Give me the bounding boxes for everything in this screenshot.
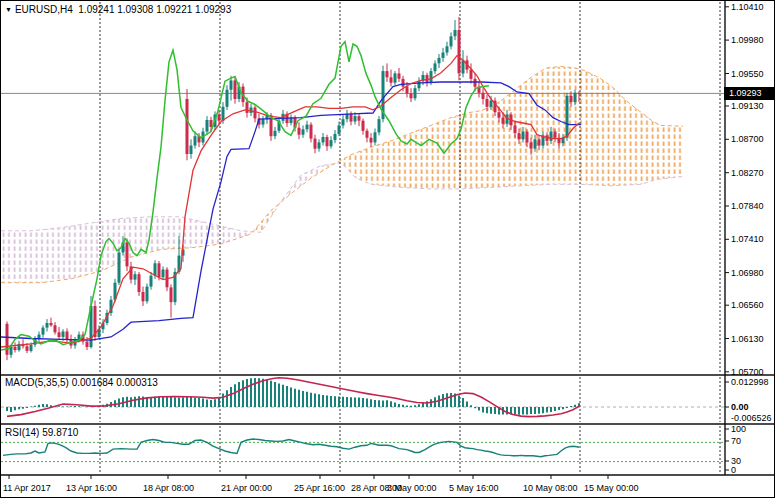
svg-text:-0.006526: -0.006526 [731, 413, 772, 423]
chart-window[interactable]: 1.104101.099801.095501.091301.087001.082… [0, 0, 775, 498]
svg-text:0: 0 [731, 465, 736, 475]
rsi-label: RSI(14) 59.8710 [5, 427, 78, 438]
panel-borders [1, 375, 775, 475]
rsi-line [3, 439, 579, 457]
svg-text:1.08270: 1.08270 [731, 168, 764, 178]
svg-text:25 Apr 16:00: 25 Apr 16:00 [294, 483, 345, 493]
svg-text:1.10410: 1.10410 [731, 2, 764, 12]
svg-text:1.05700: 1.05700 [731, 367, 764, 377]
rsi-axis[interactable]: 10070300 [725, 424, 746, 475]
svg-text:1.07840: 1.07840 [731, 201, 764, 211]
time-axis[interactable]: 11 Apr 201713 Apr 16:0018 Apr 08:0021 Ap… [3, 475, 639, 493]
svg-text:18 Apr 08:00: 18 Apr 08:00 [143, 483, 194, 493]
svg-text:1.06560: 1.06560 [731, 300, 764, 310]
svg-text:1.06980: 1.06980 [731, 268, 764, 278]
svg-text:10 May 08:00: 10 May 08:00 [523, 483, 578, 493]
svg-text:1.07410: 1.07410 [731, 234, 764, 244]
chikou-span-line [1, 42, 489, 350]
svg-text:5 May 16:00: 5 May 16:00 [449, 483, 499, 493]
tenkan-sen-line [1, 56, 579, 347]
chart-header: ▼EURUSD,H4 1.09241 1.09308 1.09221 1.092… [5, 4, 231, 15]
svg-text:70: 70 [731, 436, 741, 446]
svg-text:1.09980: 1.09980 [731, 35, 764, 45]
price-chart-canvas[interactable]: 1.104101.099801.095501.091301.087001.082… [1, 1, 775, 498]
ohlc-values: 1.09241 1.09308 1.09221 1.09293 [78, 4, 231, 15]
price-axis[interactable]: 1.104101.099801.095501.091301.087001.082… [725, 2, 764, 377]
svg-text:3 May 00:00: 3 May 00:00 [387, 483, 437, 493]
svg-text:11 Apr 2017: 11 Apr 2017 [3, 483, 51, 493]
svg-text:21 Apr 00:00: 21 Apr 00:00 [221, 483, 272, 493]
svg-text:100: 100 [731, 424, 746, 434]
svg-text:1.08700: 1.08700 [731, 134, 764, 144]
macd-axis[interactable]: 0.0129980.00-0.006526 [725, 377, 772, 423]
svg-text:13 Apr 16:00: 13 Apr 16:00 [66, 483, 117, 493]
svg-text:0.012998: 0.012998 [731, 377, 769, 387]
svg-text:15 May 00:00: 15 May 00:00 [584, 483, 639, 493]
svg-text:0.00: 0.00 [731, 402, 749, 412]
macd-label: MACD(5,35,5) 0.001684 0.000313 [5, 377, 158, 388]
current-price-badge: 1.09293 [724, 87, 775, 100]
svg-text:1.09550: 1.09550 [731, 69, 764, 79]
symbol-dropdown-icon[interactable]: ▼ [5, 6, 12, 13]
svg-text:1.06130: 1.06130 [731, 334, 764, 344]
svg-text:1.09130: 1.09130 [731, 101, 764, 111]
symbol-timeframe-label: EURUSD,H4 [15, 4, 73, 15]
